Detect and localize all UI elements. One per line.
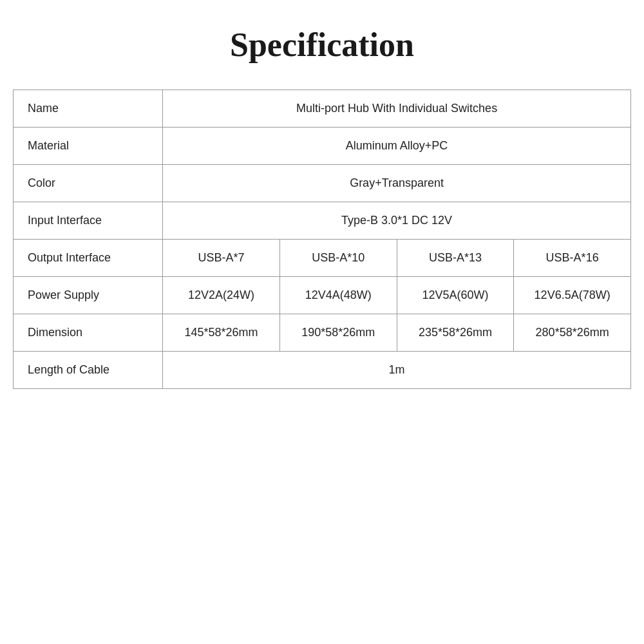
row-label: Length of Cable <box>14 352 163 389</box>
row-sub-value: USB-A*13 <box>397 240 514 277</box>
row-sub-value: 12V2A(24W) <box>163 277 280 314</box>
row-sub-value: 145*58*26mm <box>163 314 280 352</box>
table-row: Length of Cable1m <box>14 352 631 389</box>
row-sub-value: USB-A*16 <box>514 240 631 277</box>
row-value: Gray+Transparent <box>163 165 631 202</box>
table-row: Input InterfaceType-B 3.0*1 DC 12V <box>14 202 631 240</box>
row-label: Material <box>14 128 163 165</box>
row-sub-value: 12V6.5A(78W) <box>514 277 631 314</box>
table-row: NameMulti-port Hub With Individual Switc… <box>14 90 631 128</box>
row-value: Multi-port Hub With Individual Switches <box>163 90 631 128</box>
row-sub-value: USB-A*7 <box>163 240 280 277</box>
row-sub-value: 190*58*26mm <box>279 314 397 352</box>
row-value: Aluminum Alloy+PC <box>163 128 631 165</box>
row-label: Output Interface <box>14 240 163 277</box>
row-sub-value: 12V5A(60W) <box>397 277 514 314</box>
row-sub-value: 235*58*26mm <box>397 314 514 352</box>
table-row: ColorGray+Transparent <box>14 165 631 202</box>
table-row: Output InterfaceUSB-A*7USB-A*10USB-A*13U… <box>14 240 631 277</box>
row-value: Type-B 3.0*1 DC 12V <box>163 202 631 240</box>
row-sub-value: 280*58*26mm <box>514 314 631 352</box>
row-sub-value: 12V4A(48W) <box>279 277 397 314</box>
row-label: Input Interface <box>14 202 163 240</box>
row-value: 1m <box>163 352 631 389</box>
row-label: Name <box>14 90 163 128</box>
row-label: Color <box>14 165 163 202</box>
specification-table: NameMulti-port Hub With Individual Switc… <box>13 90 631 389</box>
table-row: Dimension145*58*26mm190*58*26mm235*58*26… <box>14 314 631 352</box>
table-row: MaterialAluminum Alloy+PC <box>14 128 631 165</box>
row-sub-value: USB-A*10 <box>279 240 397 277</box>
row-label: Dimension <box>14 314 163 352</box>
table-row: Power Supply12V2A(24W)12V4A(48W)12V5A(60… <box>14 277 631 314</box>
row-label: Power Supply <box>14 277 163 314</box>
page-title: Specification <box>230 26 414 64</box>
